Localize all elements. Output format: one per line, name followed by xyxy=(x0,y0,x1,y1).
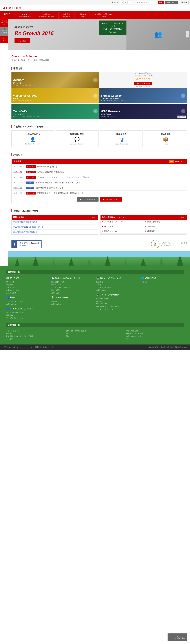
sidebar-more-btn[interactable]: ＞ 詳しく見る xyxy=(0,36,8,43)
logo-text: ALMEDIO xyxy=(3,6,22,10)
sitemap-link[interactable]: 情報処理サービス（BI、BPO） xyxy=(96,305,139,308)
biz-item-insulating[interactable]: Insulating Material 断熱材 耐火材・断熱材及び関連製品 › xyxy=(11,88,99,103)
all-news-btn[interactable]: ▶ 全ニュース一覧へ xyxy=(77,198,98,202)
corp-link[interactable]: 機能向上に答える会社 xyxy=(126,332,184,335)
nav-home[interactable]: HOME xyxy=(0,12,14,19)
sitemap-link[interactable]: カスタマイゼーション xyxy=(6,312,49,314)
investor-item-irnews[interactable]: IRニュース xyxy=(100,224,144,229)
sitemap-link[interactable]: エクスプレスカード xyxy=(96,286,139,289)
sidebar-btn-1[interactable]: データを知りたい方へ xyxy=(0,19,8,27)
slide-dot-3[interactable] xyxy=(101,51,102,52)
biz-item-amazon[interactable]: ブランド品をご購入の方はこちらからご注文をいただけます amazon 🛍️Onl… xyxy=(99,72,187,88)
hero-more-btn[interactable]: 詳しく見る xyxy=(14,38,30,43)
topics-btn[interactable]: ▶ トピックス一覧へ xyxy=(100,198,122,202)
corp-link[interactable]: 経営理念 xyxy=(6,332,64,335)
sitemap-link[interactable]: 企業向けサービス xyxy=(6,289,49,292)
sitemap-link[interactable]: お問い合わせ xyxy=(51,292,94,294)
sitemap-link[interactable]: サポート/ソリューション xyxy=(51,286,94,289)
investor-item-finance[interactable]: 財務・財務情報 xyxy=(144,220,187,224)
sidebar-disc-btn[interactable]: 🔵ドライブ＆CD-RO-40 xyxy=(0,27,8,36)
investor-box-1-link[interactable]: 一覧へ xyxy=(89,216,96,219)
sitemap-link[interactable]: データ/ソリューション xyxy=(6,317,49,319)
sitemap-link[interactable]: お問い合わせ xyxy=(51,303,94,305)
biz-section: 事業内容 Archive アーカイブ 光ディスク アーカイブソリューション › xyxy=(8,64,190,122)
nav-contact[interactable]: 資料請求・お問い合わせ Contact xyxy=(91,12,118,19)
corp-link[interactable]: Dist xyxy=(126,338,184,340)
biz-item-archive[interactable]: Archive アーカイブ 光ディスク アーカイブソリューション › xyxy=(11,72,99,88)
investor-item-disclosure[interactable]: ディスクロージャー方針 xyxy=(100,220,144,224)
sitemap-link[interactable]: お問い合わせ xyxy=(96,289,139,292)
search-input[interactable] xyxy=(132,1,156,4)
biz-item-storage[interactable]: Storage Solution ストレージソリューション 産業機器用・AV機器… xyxy=(99,88,187,103)
sitemap-link[interactable]: アルテックスプライム xyxy=(6,300,49,302)
logo[interactable]: ALMEDIO xyxy=(3,6,22,10)
sitemap-link[interactable]: IDE Met xyxy=(96,300,139,302)
corp-link[interactable]: 沿革 xyxy=(66,332,124,335)
corp-link[interactable]: 社会貢献・社名一覧・グループ会社 xyxy=(6,335,64,338)
target-card-firsttime[interactable]: はじめての方へ 👤 For the first time users xyxy=(11,130,54,147)
nav-biz[interactable]: 事業内容 Segments xyxy=(59,12,75,19)
sitemap-link[interactable]: アーカイブ xyxy=(6,281,49,283)
nav-ir[interactable]: IR情報 Investor Relations xyxy=(14,12,35,19)
target-card-management[interactable]: 経営方針を知る 💬 Management policies xyxy=(56,130,98,147)
register-button[interactable]: 新規登録 xyxy=(179,0,189,4)
font-medium-btn[interactable]: 中 xyxy=(124,1,127,4)
search-button[interactable]: 検索 xyxy=(158,1,164,4)
sitemap-link[interactable]: SAS、IDE Met xyxy=(96,302,139,305)
target-card-earnings[interactable]: 業績を知る 📊 Corporate earnings xyxy=(100,130,143,147)
nav-careers[interactable]: 採用情報 Careers xyxy=(75,12,91,19)
corp-link[interactable]: 環境への取り組み xyxy=(126,330,184,332)
font-small-btn[interactable]: 小 xyxy=(120,1,123,4)
sitemap-link[interactable]: 製品情報のサービス xyxy=(96,298,139,300)
sitemap-col-storage-sol: 🖥️ ストレージソリューション 製品情報 モバイル エクスプレスカード お問い合… xyxy=(96,277,139,320)
investor-item-irschedule[interactable]: IRスケジュール xyxy=(100,229,144,234)
sitemap-link-iekaru[interactable]: イエカル xyxy=(141,281,184,283)
biz-arrow-archive: › xyxy=(93,78,97,82)
sitemap-link[interactable]: 製品情報 xyxy=(96,281,139,283)
investor-row-1[interactable]: 第38期 第2四半期決算短信 ⊠ xyxy=(12,220,98,225)
biz-item-web[interactable]: WEB Business WEBビジネス 不動産マッチングサイト › 🏠イエカル xyxy=(99,104,187,119)
sitemap-link[interactable]: 価格（税別） xyxy=(51,289,94,292)
nav-corp[interactable]: 企業情報 Corporate Information xyxy=(35,12,59,19)
sitemap-link[interactable]: データマッチサービス xyxy=(96,308,139,310)
sitemap-link[interactable]: 製品内容 xyxy=(6,314,49,316)
sitemap-link[interactable]: お問い合わせ xyxy=(6,303,49,305)
hero-overlay-link[interactable]: Regrowth xyxy=(101,31,124,33)
sitemap-link[interactable]: 電子面書サービス xyxy=(51,281,94,283)
corp-link[interactable]: Dist xyxy=(66,335,124,337)
font-large-btn[interactable]: 大 xyxy=(127,1,131,4)
news-row-2: 2017.11.21 トピックス 日本経済新聞に当社が掲載されました xyxy=(12,170,187,175)
sitemap-link[interactable]: 共有・サービス xyxy=(6,286,49,289)
investor-row-2[interactable]: 第38期 Financial Data Book（20） ⊠ xyxy=(12,225,98,230)
corp-link[interactable]: 会社概要 xyxy=(6,338,64,340)
fb-section: f アルメディオ facebook facebook 🏅 （認証）プライバシーマ… xyxy=(8,238,190,251)
slide-dot-1[interactable] xyxy=(96,51,98,52)
footer-links: プライバシーポリシー サイトマップ 資料請求・お問い合わせ xyxy=(3,346,53,348)
investor-row-3[interactable]: 第38期 第1四半期決算短信 ⊠ xyxy=(12,230,98,234)
corp-link[interactable]: お問い合わせ先情報 xyxy=(126,335,184,338)
sitemap-link[interactable]: サービス内容 xyxy=(51,284,94,286)
hero-next-btn[interactable]: › xyxy=(186,31,189,38)
sitemap-link[interactable]: 製品紹介 xyxy=(6,284,49,286)
investor-item-stockinfo[interactable]: 株価情報 xyxy=(144,229,187,234)
slide-dot-2[interactable] xyxy=(98,51,100,52)
online-shop-btn: 🛍️Online Shop xyxy=(134,82,152,85)
sitemap-link[interactable]: LED解析 xyxy=(51,300,94,302)
rss-about[interactable]: RSSについて xyxy=(175,160,185,163)
investor-box-2-link[interactable]: 一覧へ xyxy=(178,216,185,219)
footer-contact-link[interactable]: 資料請求・お問い合わせ xyxy=(34,346,53,348)
investor-item-elecnotice[interactable]: 電子公告 xyxy=(144,224,187,229)
sitemap-col-archive: 💿 アーカイブ アーカイブ 製品紹介 共有・サービス 企業向けサービス よくある… xyxy=(6,277,49,320)
facebook-box[interactable]: f アルメディオ facebook facebook xyxy=(11,240,42,248)
sitemap-link[interactable]: モバイル xyxy=(96,284,139,286)
footer-privacy-link[interactable]: プライバシーポリシー xyxy=(3,346,20,348)
news-section: お知らせ 新着情報 RSS RSSについて 2017.12.15 トピックス xyxy=(8,150,190,206)
corp-link[interactable]: 役員一覧（取締役・監査役） xyxy=(66,330,124,332)
login-button[interactable]: 会員ログイン xyxy=(165,1,178,4)
target-card-product[interactable]: 製品を知る 📦 Product xyxy=(144,130,187,147)
biz-item-test[interactable]: Test Media テストメディア VHS・テープメディアの評価用テストメディ… xyxy=(11,104,99,119)
footer-sitemap-link[interactable]: サイトマップ xyxy=(22,346,32,348)
sitemap-link[interactable]: よくある質問 xyxy=(6,292,49,294)
biz-sitemap-title: 事業内容一覧 xyxy=(6,270,184,274)
corp-link[interactable]: トップメッセージ xyxy=(6,330,64,332)
